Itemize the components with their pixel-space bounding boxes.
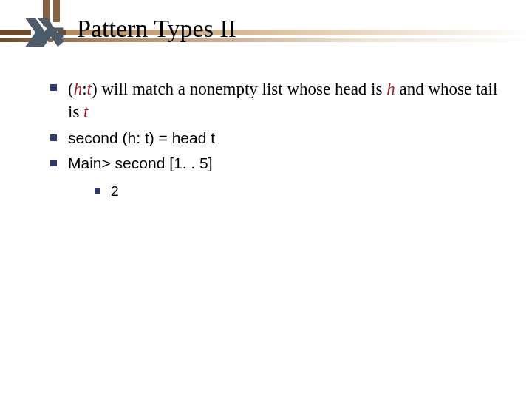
bullet-item-3: Main> second [1. . 5] 2 xyxy=(46,153,504,200)
code-line: Main> second [1. . 5] xyxy=(68,154,213,171)
var-h: h xyxy=(74,80,83,98)
text: ( xyxy=(68,80,74,98)
bullet-list: (h:t) will match a nonempty list whose h… xyxy=(46,78,504,200)
result-value: 2 xyxy=(111,183,119,199)
text: ) xyxy=(92,80,98,98)
sub-bullet-item: 2 xyxy=(92,182,504,201)
text: will match a nonempty list whose head is xyxy=(98,80,387,98)
sub-bullet-list: 2 xyxy=(92,182,504,201)
slide: Pattern Types II (h:t) will match a none… xyxy=(0,0,532,399)
bullet-item-1: (h:t) will match a nonempty list whose h… xyxy=(46,78,504,123)
var-t: t xyxy=(83,103,88,121)
slide-title: Pattern Types II xyxy=(77,15,236,43)
code-line: second (h: t) = head t xyxy=(68,129,215,146)
haskell-logo-icon xyxy=(22,16,65,49)
slide-body: (h:t) will match a nonempty list whose h… xyxy=(46,78,504,205)
svg-rect-2 xyxy=(52,27,63,31)
var-h: h xyxy=(386,80,395,98)
svg-rect-3 xyxy=(55,34,63,38)
bullet-item-2: second (h: t) = head t xyxy=(46,128,504,149)
